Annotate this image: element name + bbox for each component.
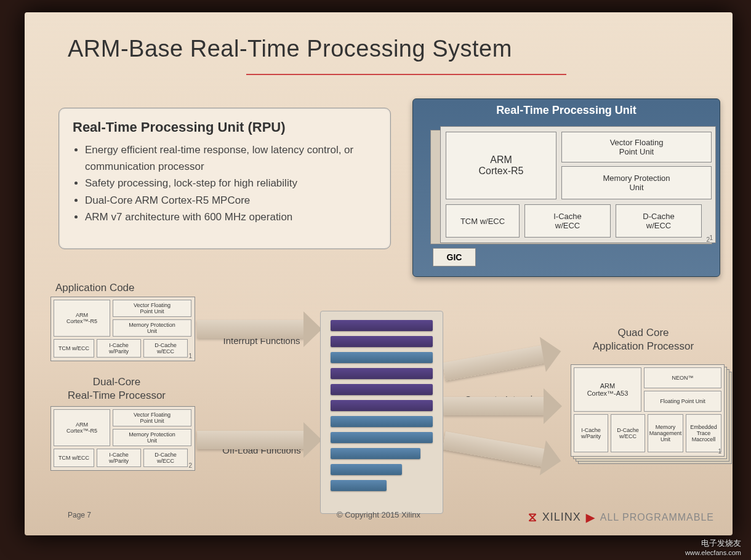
rpu-box-title: Real-Time Processing Unit (RPU) xyxy=(73,119,377,135)
rpu-tcm: TCM w/ECC xyxy=(446,204,520,238)
arrow-icon xyxy=(197,320,305,338)
rpu-bullet: ARM v7 architecture with 600 MHz operati… xyxy=(85,209,377,225)
rpu-bullet-list: Energy efficient real-time response, low… xyxy=(85,142,377,225)
rpu-vfpu: Vector Floating Point Unit xyxy=(561,132,712,162)
quad-core-label: Quad Core Application Processor xyxy=(585,326,702,353)
core-index: 2 xyxy=(188,462,192,469)
xilinx-logo-icon: ⧖ xyxy=(528,510,537,524)
core-index: 1 xyxy=(718,448,721,455)
mini-vfpu: Vector Floating Point Unit xyxy=(113,409,191,426)
quad-fpu: Floating Point Unit xyxy=(644,391,721,412)
arrow-icon xyxy=(443,397,545,415)
rpu-bullet: Energy efficient real-time response, low… xyxy=(85,142,377,175)
core-index: 1 xyxy=(188,353,192,359)
stack-bar xyxy=(331,336,433,347)
mini-dcache: D-Cache w/ECC xyxy=(143,339,188,358)
core-index: 1 xyxy=(709,234,713,241)
slide: ARM-Base Real-Time Processing System Rea… xyxy=(25,12,733,535)
page-number: Page 7 xyxy=(68,511,91,519)
stack-bar xyxy=(331,400,433,411)
stack-bar xyxy=(331,352,433,363)
quad-etm: Embedded Trace Macrocell xyxy=(686,414,721,452)
mini-tcm: TCM w/ECC xyxy=(54,449,94,467)
rpu-block-diagram: Real-Time Processing Unit ARM Cortex-R5 … xyxy=(412,98,720,277)
brand-tagline: ALL PROGRAMMABLE xyxy=(600,512,714,523)
stack-bar xyxy=(331,416,433,427)
rpu-diagram-title: Real-Time Processing Unit xyxy=(413,99,720,122)
dual-core-label: Dual-Core Real-Time Processor xyxy=(68,375,166,402)
stack-bar xyxy=(331,464,402,475)
slide-title: ARM-Base Real-Time Processing System xyxy=(68,36,512,62)
task-stack xyxy=(320,311,443,514)
application-code-label: Application Code xyxy=(55,282,135,294)
mini-tcm: TCM w/ECC xyxy=(54,339,94,358)
stack-bar xyxy=(331,368,433,379)
rpu-dcache: D-Cache w/ECC xyxy=(616,204,702,238)
watermark-cn: 电子发烧友 xyxy=(649,538,741,549)
stack-bar xyxy=(331,448,420,459)
quad-dcache: D-Cache w/ECC xyxy=(611,414,645,452)
mini-mpu: Memory Protection Unit xyxy=(113,429,191,446)
arrow-icon xyxy=(443,431,546,467)
mini-mpu: Memory Protection Unit xyxy=(113,319,191,337)
rpu-description-box: Real-Time Processing Unit (RPU) Energy e… xyxy=(58,108,391,249)
stack-bar xyxy=(331,480,387,491)
quad-neon: NEON™ xyxy=(644,367,721,388)
rpu-mpu: Memory Protection Unit xyxy=(561,166,712,199)
quad-icache: I-Cache w/Parity xyxy=(574,414,608,452)
watermark-url: www.elecfans.com xyxy=(649,549,741,556)
quad-core: ARM Cortex™-A53 xyxy=(574,367,641,412)
stack-bar xyxy=(331,384,433,395)
quad-mmu: Memory Management Unit xyxy=(648,414,683,452)
stack-bar xyxy=(331,320,433,331)
mini-dcache: D-Cache w/ECC xyxy=(143,449,188,467)
mini-core-block-1: ARM Cortex™-R5 Vector Floating Point Uni… xyxy=(50,297,195,361)
brand-footer: ⧖ XILINX ▶ ALL PROGRAMMABLE xyxy=(528,510,714,524)
mini-core: ARM Cortex™-R5 xyxy=(54,300,110,337)
mini-icache: I-Cache w/Parity xyxy=(97,449,141,467)
copyright: © Copyright 2015 Xilinx xyxy=(337,510,420,519)
mini-vfpu: Vector Floating Point Unit xyxy=(113,300,191,317)
core-index: 2 xyxy=(706,236,710,243)
brand-name: XILINX xyxy=(542,511,581,524)
rpu-bullet: Dual-Core ARM Cortex-R5 MPCore xyxy=(85,192,377,209)
arrow-icon xyxy=(197,431,305,449)
rpu-core: ARM Cortex-R5 xyxy=(446,132,556,199)
rpu-bullet: Safety processing, lock-step for high re… xyxy=(85,175,377,191)
rpu-gic: GIC xyxy=(433,248,476,266)
arrow-icon xyxy=(443,345,546,381)
mini-core-block-2: ARM Cortex™-R5 Vector Floating Point Uni… xyxy=(50,406,195,471)
chevron-icon: ▶ xyxy=(586,511,595,524)
rpu-icache: I-Cache w/ECC xyxy=(524,204,611,238)
quad-core-block: ARM Cortex™-A53 NEON™ Floating Point Uni… xyxy=(571,364,725,457)
stack-bar xyxy=(331,432,433,443)
mini-core: ARM Cortex™-R5 xyxy=(54,409,110,446)
accent-line xyxy=(246,74,566,75)
watermark: 电子发烧友 www.elecfans.com xyxy=(649,538,741,556)
mini-icache: I-Cache w/Parity xyxy=(97,339,141,358)
